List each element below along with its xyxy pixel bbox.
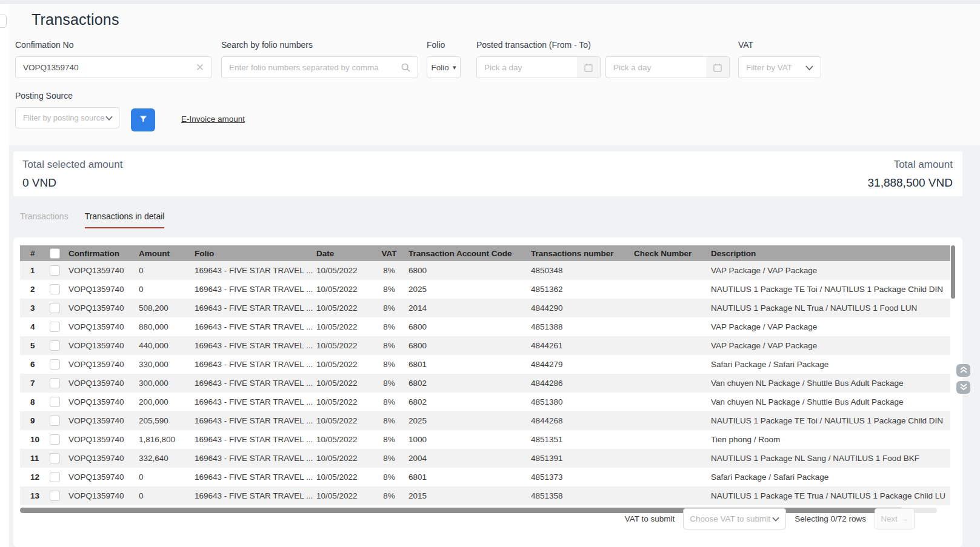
cell-date: 10/05/2022 xyxy=(313,449,374,468)
cell-select xyxy=(45,468,64,486)
cell-confirmation: VOPQ1359740 xyxy=(64,317,136,336)
total-amount-value: 31,888,500 VND xyxy=(868,176,953,190)
col-index: # xyxy=(20,245,45,261)
transactions-table: # Confirmation Amount Folio Date VAT Tra… xyxy=(20,245,950,505)
chevron-down-icon xyxy=(105,113,113,122)
cell-select xyxy=(45,486,64,505)
cell-amount: 300,000 xyxy=(136,374,192,393)
cell-n: 9 xyxy=(20,411,45,430)
posted-range-label: Posted transaction (From - To) xyxy=(476,40,731,50)
row-checkbox[interactable] xyxy=(50,434,60,445)
cell-check xyxy=(630,317,706,336)
table-row[interactable]: 11VOPQ1359740332,640169643 - FIVE STAR T… xyxy=(20,449,950,468)
next-button-label: Next xyxy=(881,514,898,523)
cell-txn: 4844268 xyxy=(527,411,630,430)
cell-select xyxy=(45,393,64,411)
vertical-scrollbar-thumb[interactable] xyxy=(951,245,955,299)
calendar-icon[interactable] xyxy=(577,57,600,78)
row-checkbox[interactable] xyxy=(50,416,60,426)
cell-check xyxy=(630,280,706,299)
cell-select xyxy=(45,430,64,449)
cell-confirmation: VOPQ1359740 xyxy=(64,449,136,468)
sidebar-toggle-fragment[interactable] xyxy=(0,15,7,28)
row-checkbox[interactable] xyxy=(50,265,60,276)
cell-check xyxy=(630,261,706,280)
cell-amount: 200,000 xyxy=(136,393,192,411)
posted-to-input[interactable]: Pick a day xyxy=(605,56,730,78)
cell-check xyxy=(630,374,706,393)
cell-select xyxy=(45,317,64,336)
row-checkbox[interactable] xyxy=(50,359,60,370)
table-row[interactable]: 2VOPQ13597400169643 - FIVE STAR TRAVEL .… xyxy=(20,280,950,299)
cell-n: 1 xyxy=(20,261,45,280)
clear-icon[interactable]: ✕ xyxy=(196,62,204,73)
vat-filter-group: VAT Filter by VAT xyxy=(738,40,821,78)
einvoice-amount-link[interactable]: E-Invoice amount xyxy=(181,114,245,124)
row-checkbox[interactable] xyxy=(50,284,60,294)
table-row[interactable]: 13VOPQ13597400169643 - FIVE STAR TRAVEL … xyxy=(20,486,950,505)
folio-dropdown[interactable]: Folio ▾ xyxy=(427,56,461,78)
selection-count: Selecting 0/72 rows xyxy=(795,514,866,523)
cell-vat: 8% xyxy=(374,299,404,317)
cell-date: 10/05/2022 xyxy=(313,336,374,355)
cell-n: 2 xyxy=(20,280,45,299)
apply-filter-button[interactable] xyxy=(131,108,155,131)
cell-txn: 4851351 xyxy=(527,430,630,449)
cell-n: 5 xyxy=(20,336,45,355)
posting-source-group: Posting Source Filter by posting source xyxy=(15,91,119,128)
table-row[interactable]: 12VOPQ13597400169643 - FIVE STAR TRAVEL … xyxy=(20,468,950,486)
scroll-to-top-button[interactable] xyxy=(956,364,970,377)
table-row[interactable]: 1VOPQ13597400169643 - FIVE STAR TRAVEL .… xyxy=(20,261,950,280)
row-checkbox[interactable] xyxy=(50,397,60,407)
cell-n: 12 xyxy=(20,468,45,486)
posted-from-input[interactable]: Pick a day xyxy=(476,56,601,78)
table-footer: VAT to submit Choose VAT to submit Selec… xyxy=(625,506,915,531)
scroll-to-bottom-button[interactable] xyxy=(956,381,970,394)
table-row[interactable]: 3VOPQ1359740508,200169643 - FIVE STAR TR… xyxy=(20,299,950,317)
calendar-icon[interactable] xyxy=(706,57,729,78)
cell-amount: 330,000 xyxy=(136,355,192,374)
confirmation-input[interactable]: VOPQ1359740 ✕ xyxy=(15,56,212,78)
table-row[interactable]: 6VOPQ1359740330,000169643 - FIVE STAR TR… xyxy=(20,355,950,374)
tab-transactions-in-detail[interactable]: Transactions in detail xyxy=(85,211,165,228)
folio-search-input[interactable]: Enter folio numbers separated by comma xyxy=(221,56,418,78)
row-checkbox[interactable] xyxy=(50,453,60,463)
table-row[interactable]: 8VOPQ1359740200,000169643 - FIVE STAR TR… xyxy=(20,393,950,411)
chevron-down-icon xyxy=(772,514,779,523)
cell-confirmation: VOPQ1359740 xyxy=(64,468,136,486)
cell-desc: Safari Package / Safari Package xyxy=(706,468,950,486)
cell-select xyxy=(45,355,64,374)
table-row[interactable]: 9VOPQ1359740205,590169643 - FIVE STAR TR… xyxy=(20,411,950,430)
row-checkbox[interactable] xyxy=(50,303,60,313)
cell-account: 6800 xyxy=(404,261,527,280)
table-row[interactable]: 10VOPQ13597401,816,800169643 - FIVE STAR… xyxy=(20,430,950,449)
col-description: Description xyxy=(706,245,950,261)
vat-dropdown[interactable]: Filter by VAT xyxy=(738,56,821,78)
row-checkbox[interactable] xyxy=(50,472,60,482)
cell-n: 4 xyxy=(20,317,45,336)
cell-date: 10/05/2022 xyxy=(313,317,374,336)
select-all-checkbox[interactable] xyxy=(50,248,60,259)
row-checkbox[interactable] xyxy=(50,340,60,351)
row-checkbox[interactable] xyxy=(50,378,60,388)
cell-vat: 8% xyxy=(374,393,404,411)
table-row[interactable]: 4VOPQ1359740880,000169643 - FIVE STAR TR… xyxy=(20,317,950,336)
cell-desc: VAP Package / VAP Package xyxy=(706,317,950,336)
table-row[interactable]: 7VOPQ1359740300,000169643 - FIVE STAR TR… xyxy=(20,374,950,393)
tab-transactions[interactable]: Transactions xyxy=(20,211,68,228)
row-checkbox[interactable] xyxy=(50,322,60,332)
confirmation-filter-group: Confimation No VOPQ1359740 ✕ xyxy=(15,40,212,78)
posting-source-dropdown[interactable]: Filter by posting source xyxy=(15,107,119,128)
table-row[interactable]: 5VOPQ1359740440,000169643 - FIVE STAR TR… xyxy=(20,336,950,355)
page-title: Transactions xyxy=(32,11,119,28)
cell-folio: 169643 - FIVE STAR TRAVEL ... xyxy=(192,393,313,411)
cell-date: 10/05/2022 xyxy=(313,280,374,299)
cell-vat: 8% xyxy=(374,280,404,299)
next-button[interactable]: Next → xyxy=(875,508,915,529)
cell-amount: 440,000 xyxy=(136,336,192,355)
vat-to-submit-dropdown[interactable]: Choose VAT to submit xyxy=(683,508,786,529)
cell-date: 10/05/2022 xyxy=(313,430,374,449)
row-checkbox[interactable] xyxy=(50,491,60,501)
col-vat: VAT xyxy=(374,245,404,261)
cell-check xyxy=(630,411,706,430)
